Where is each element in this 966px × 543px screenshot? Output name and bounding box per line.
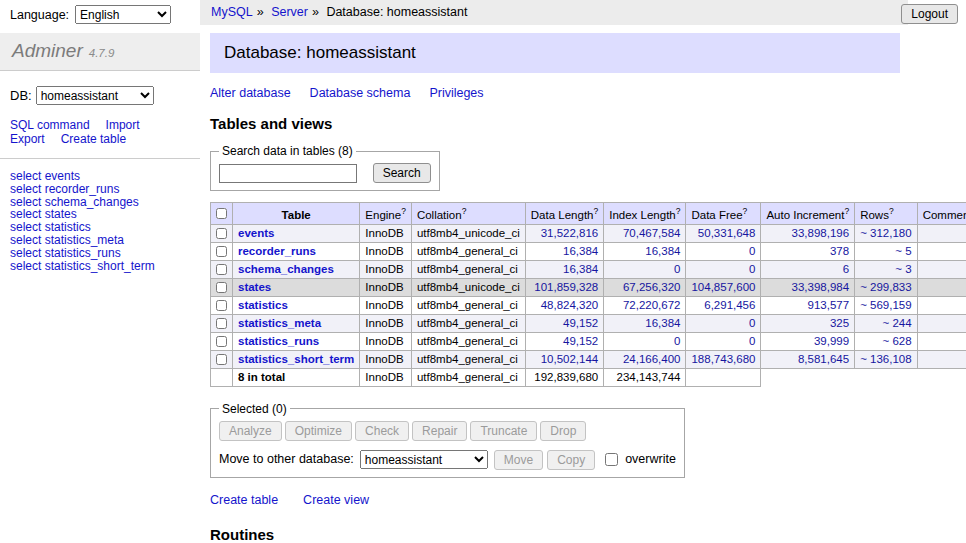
index-length-link[interactable]: 16,384: [645, 317, 680, 329]
data-free-link[interactable]: 6,291,456: [704, 299, 755, 311]
data-length-link[interactable]: 31,522,816: [541, 227, 599, 239]
auto-increment-link[interactable]: 325: [830, 317, 849, 329]
overwrite-checkbox[interactable]: [605, 453, 618, 466]
data-length-link[interactable]: 101,859,328: [534, 281, 598, 293]
help-icon[interactable]: ?: [889, 206, 894, 216]
index-length-link[interactable]: 16,384: [645, 245, 680, 257]
data-free-link[interactable]: 0: [749, 263, 755, 275]
bulk-action-button[interactable]: Optimize: [285, 421, 352, 441]
auto-increment-link[interactable]: 33,398,984: [792, 281, 850, 293]
row-checkbox[interactable]: [216, 282, 227, 293]
help-icon[interactable]: ?: [676, 206, 681, 216]
move-button[interactable]: Move: [494, 450, 543, 470]
create-link[interactable]: Create table: [210, 493, 278, 507]
sidebar-action-link[interactable]: SQL command: [10, 118, 90, 132]
logout-button[interactable]: Logout: [901, 4, 958, 24]
column-header[interactable]: Auto Increment?: [761, 203, 855, 225]
sidebar-action-link[interactable]: Create table: [61, 132, 126, 146]
data-length-link[interactable]: 49,152: [563, 335, 598, 347]
index-length-link[interactable]: 70,467,584: [623, 227, 681, 239]
auto-increment-link[interactable]: 6: [843, 263, 849, 275]
table-name-link[interactable]: statistics_meta: [238, 317, 321, 329]
column-header[interactable]: Rows?: [855, 203, 917, 225]
row-checkbox[interactable]: [216, 228, 227, 239]
bulk-action-button[interactable]: Analyze: [219, 421, 282, 441]
app-name[interactable]: Adminer: [12, 40, 83, 61]
database-nav-link[interactable]: Database schema: [310, 86, 411, 100]
bulk-action-button[interactable]: Check: [355, 421, 409, 441]
database-nav-link[interactable]: Privileges: [429, 86, 483, 100]
auto-increment-link[interactable]: 33,898,196: [792, 227, 850, 239]
column-header[interactable]: Collation?: [411, 203, 525, 225]
column-header[interactable]: Data Length?: [525, 203, 603, 225]
rows-count-link[interactable]: ~ 299,833: [860, 281, 911, 293]
data-free-link[interactable]: 0: [749, 317, 755, 329]
row-checkbox[interactable]: [216, 246, 227, 257]
help-icon[interactable]: ?: [743, 206, 748, 216]
bulk-action-button[interactable]: Truncate: [470, 421, 537, 441]
move-db-select[interactable]: homeassistant: [360, 450, 488, 469]
copy-button[interactable]: Copy: [547, 450, 595, 470]
data-length-link[interactable]: 16,384: [563, 263, 598, 275]
data-free-link[interactable]: 50,331,648: [698, 227, 756, 239]
row-checkbox[interactable]: [216, 354, 227, 365]
auto-increment-link[interactable]: 8,581,645: [798, 353, 849, 365]
index-length-link[interactable]: 72,220,672: [623, 299, 681, 311]
table-name-link[interactable]: statistics_runs: [238, 335, 319, 347]
rows-count-link[interactable]: ~ 244: [883, 317, 912, 329]
auto-increment-link[interactable]: 39,999: [814, 335, 849, 347]
sidebar-table-link[interactable]: select statistics_meta: [10, 234, 190, 247]
data-length-link[interactable]: 16,384: [563, 245, 598, 257]
rows-count-link[interactable]: ~ 628: [883, 335, 912, 347]
sidebar-action-link[interactable]: Import: [106, 118, 140, 132]
table-name-link[interactable]: statistics: [238, 299, 288, 311]
index-length-link[interactable]: 67,256,320: [623, 281, 681, 293]
create-link[interactable]: Create view: [303, 493, 369, 507]
language-select[interactable]: English: [75, 5, 171, 24]
auto-increment-link[interactable]: 378: [830, 245, 849, 257]
breadcrumb-item[interactable]: Database: homeassistant: [326, 5, 467, 19]
search-input[interactable]: [219, 164, 357, 183]
sidebar-table-link[interactable]: select statistics_runs: [10, 247, 190, 260]
row-checkbox[interactable]: [216, 264, 227, 275]
bulk-action-button[interactable]: Drop: [540, 421, 586, 441]
select-all-checkbox[interactable]: [216, 208, 227, 219]
help-icon[interactable]: ?: [593, 206, 598, 216]
rows-count-link[interactable]: ~ 136,108: [860, 353, 911, 365]
row-checkbox[interactable]: [216, 318, 227, 329]
index-length-link[interactable]: 0: [674, 335, 680, 347]
column-header[interactable]: Data Free?: [686, 203, 761, 225]
search-button[interactable]: Search: [373, 163, 431, 183]
row-checkbox[interactable]: [216, 300, 227, 311]
data-free-link[interactable]: 188,743,680: [691, 353, 755, 365]
data-length-link[interactable]: 10,502,144: [541, 353, 599, 365]
help-icon[interactable]: ?: [462, 206, 467, 216]
help-icon[interactable]: ?: [401, 206, 406, 216]
column-header[interactable]: Index Length?: [604, 203, 686, 225]
index-length-link[interactable]: 24,166,400: [623, 353, 681, 365]
sidebar-table-link[interactable]: select events: [10, 170, 190, 183]
rows-count-link[interactable]: ~ 569,159: [860, 299, 911, 311]
rows-count-link[interactable]: ~ 312,180: [860, 227, 911, 239]
database-nav-link[interactable]: Alter database: [210, 86, 291, 100]
data-free-link[interactable]: 0: [749, 245, 755, 257]
table-name-link[interactable]: statistics_short_term: [238, 353, 354, 365]
breadcrumb-item[interactable]: Server: [271, 5, 308, 19]
column-header[interactable]: Comment?: [917, 203, 966, 225]
rows-count-link[interactable]: ~ 3: [895, 263, 911, 275]
column-header[interactable]: Table: [233, 203, 360, 225]
data-free-link[interactable]: 0: [749, 335, 755, 347]
sidebar-table-link[interactable]: select recorder_runs: [10, 183, 190, 196]
bulk-action-button[interactable]: Repair: [412, 421, 467, 441]
sidebar-action-link[interactable]: Export: [10, 132, 45, 146]
rows-count-link[interactable]: ~ 5: [895, 245, 911, 257]
auto-increment-link[interactable]: 913,577: [808, 299, 850, 311]
help-icon[interactable]: ?: [844, 206, 849, 216]
overwrite-label[interactable]: overwrite: [625, 452, 676, 466]
breadcrumb-item[interactable]: MySQL: [211, 5, 253, 19]
db-select[interactable]: homeassistant: [36, 86, 154, 105]
index-length-link[interactable]: 0: [674, 263, 680, 275]
column-header[interactable]: Engine?: [360, 203, 412, 225]
table-name-link[interactable]: events: [238, 227, 274, 239]
row-checkbox[interactable]: [216, 336, 227, 347]
